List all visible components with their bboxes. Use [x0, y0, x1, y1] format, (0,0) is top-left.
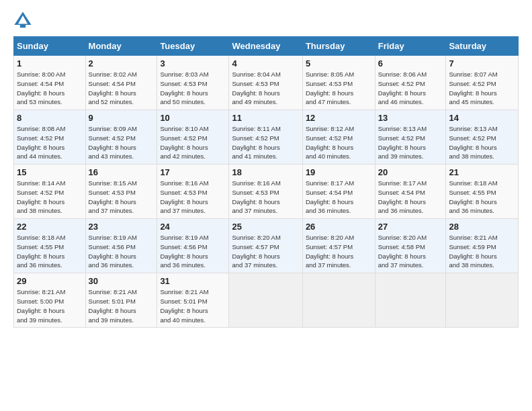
- day-number: 24: [160, 222, 226, 232]
- week-row-2: 8 Sunrise: 8:08 AMSunset: 4:52 PMDayligh…: [14, 110, 519, 165]
- day-info: Sunrise: 8:12 AMSunset: 4:52 PMDaylight:…: [306, 124, 372, 161]
- day-number: 12: [306, 113, 372, 123]
- day-cell: 25 Sunrise: 8:20 AMSunset: 4:57 PMDaylig…: [229, 219, 302, 273]
- day-info: Sunrise: 8:11 AMSunset: 4:52 PMDaylight:…: [232, 124, 299, 161]
- day-number: 15: [17, 167, 83, 177]
- day-info: Sunrise: 8:16 AMSunset: 4:53 PMDaylight:…: [232, 179, 299, 216]
- day-info: Sunrise: 8:06 AMSunset: 4:52 PMDaylight:…: [378, 70, 443, 107]
- day-cell: 8 Sunrise: 8:08 AMSunset: 4:52 PMDayligh…: [14, 110, 86, 165]
- day-number: 30: [89, 276, 154, 286]
- day-number: 28: [449, 222, 515, 232]
- day-info: Sunrise: 8:21 AMSunset: 5:01 PMDaylight:…: [89, 287, 154, 324]
- day-info: Sunrise: 8:20 AMSunset: 4:58 PMDaylight:…: [378, 233, 443, 270]
- day-number: 1: [17, 58, 83, 68]
- day-cell: 5 Sunrise: 8:05 AMSunset: 4:53 PMDayligh…: [302, 56, 375, 110]
- col-header-tuesday: Tuesday: [157, 37, 229, 56]
- col-header-monday: Monday: [85, 37, 157, 56]
- day-number: 22: [17, 222, 83, 232]
- day-cell: 30 Sunrise: 8:21 AMSunset: 5:01 PMDaylig…: [85, 273, 157, 328]
- week-row-3: 15 Sunrise: 8:14 AMSunset: 4:52 PMDaylig…: [14, 165, 519, 219]
- day-info: Sunrise: 8:17 AMSunset: 4:54 PMDaylight:…: [306, 179, 372, 216]
- day-number: 29: [17, 276, 83, 286]
- day-info: Sunrise: 8:21 AMSunset: 5:01 PMDaylight:…: [160, 287, 226, 324]
- logo: [13, 11, 35, 30]
- day-cell: 7 Sunrise: 8:07 AMSunset: 4:52 PMDayligh…: [446, 56, 519, 110]
- day-cell: [375, 273, 446, 328]
- days-header-row: SundayMondayTuesdayWednesdayThursdayFrid…: [14, 37, 519, 56]
- day-info: Sunrise: 8:04 AMSunset: 4:53 PMDaylight:…: [232, 70, 299, 107]
- day-number: 21: [449, 167, 515, 177]
- week-row-4: 22 Sunrise: 8:18 AMSunset: 4:55 PMDaylig…: [14, 219, 519, 273]
- day-cell: 3 Sunrise: 8:03 AMSunset: 4:53 PMDayligh…: [157, 56, 229, 110]
- day-number: 31: [160, 276, 226, 286]
- day-info: Sunrise: 8:21 AMSunset: 4:59 PMDaylight:…: [449, 233, 515, 270]
- day-number: 5: [306, 58, 372, 68]
- day-info: Sunrise: 8:05 AMSunset: 4:53 PMDaylight:…: [306, 70, 372, 107]
- day-info: Sunrise: 8:00 AMSunset: 4:54 PMDaylight:…: [17, 70, 83, 107]
- day-info: Sunrise: 8:15 AMSunset: 4:53 PMDaylight:…: [89, 179, 154, 216]
- day-info: Sunrise: 8:13 AMSunset: 4:52 PMDaylight:…: [449, 124, 515, 161]
- col-header-saturday: Saturday: [446, 37, 519, 56]
- calendar-table: SundayMondayTuesdayWednesdayThursdayFrid…: [13, 36, 519, 328]
- day-info: Sunrise: 8:20 AMSunset: 4:57 PMDaylight:…: [306, 233, 372, 270]
- day-info: Sunrise: 8:03 AMSunset: 4:53 PMDaylight:…: [160, 70, 226, 107]
- day-info: Sunrise: 8:16 AMSunset: 4:53 PMDaylight:…: [160, 179, 226, 216]
- day-number: 10: [160, 113, 226, 123]
- day-number: 16: [89, 167, 154, 177]
- day-cell: 27 Sunrise: 8:20 AMSunset: 4:58 PMDaylig…: [375, 219, 446, 273]
- day-info: Sunrise: 8:14 AMSunset: 4:52 PMDaylight:…: [17, 179, 83, 216]
- day-number: 23: [89, 222, 154, 232]
- day-cell: 1 Sunrise: 8:00 AMSunset: 4:54 PMDayligh…: [14, 56, 86, 110]
- day-info: Sunrise: 8:19 AMSunset: 4:56 PMDaylight:…: [160, 233, 226, 270]
- day-number: 4: [232, 58, 299, 68]
- day-cell: 18 Sunrise: 8:16 AMSunset: 4:53 PMDaylig…: [229, 165, 302, 219]
- day-info: Sunrise: 8:10 AMSunset: 4:52 PMDaylight:…: [160, 124, 226, 161]
- day-number: 26: [306, 222, 372, 232]
- day-cell: 29 Sunrise: 8:21 AMSunset: 5:00 PMDaylig…: [14, 273, 86, 328]
- day-number: 8: [17, 113, 83, 123]
- day-cell: [446, 273, 519, 328]
- day-number: 6: [378, 58, 443, 68]
- day-number: 3: [160, 58, 226, 68]
- day-cell: 14 Sunrise: 8:13 AMSunset: 4:52 PMDaylig…: [446, 110, 519, 165]
- day-info: Sunrise: 8:08 AMSunset: 4:52 PMDaylight:…: [17, 124, 83, 161]
- day-cell: 24 Sunrise: 8:19 AMSunset: 4:56 PMDaylig…: [157, 219, 229, 273]
- week-row-1: 1 Sunrise: 8:00 AMSunset: 4:54 PMDayligh…: [14, 56, 519, 110]
- day-info: Sunrise: 8:13 AMSunset: 4:52 PMDaylight:…: [378, 124, 443, 161]
- day-cell: 17 Sunrise: 8:16 AMSunset: 4:53 PMDaylig…: [157, 165, 229, 219]
- header: [13, 11, 519, 30]
- day-info: Sunrise: 8:19 AMSunset: 4:56 PMDaylight:…: [89, 233, 154, 270]
- col-header-wednesday: Wednesday: [229, 37, 302, 56]
- day-cell: 15 Sunrise: 8:14 AMSunset: 4:52 PMDaylig…: [14, 165, 86, 219]
- col-header-friday: Friday: [375, 37, 446, 56]
- col-header-sunday: Sunday: [14, 37, 86, 56]
- day-info: Sunrise: 8:07 AMSunset: 4:52 PMDaylight:…: [449, 70, 515, 107]
- day-cell: 28 Sunrise: 8:21 AMSunset: 4:59 PMDaylig…: [446, 219, 519, 273]
- day-cell: 6 Sunrise: 8:06 AMSunset: 4:52 PMDayligh…: [375, 56, 446, 110]
- logo-icon: [13, 11, 32, 30]
- day-cell: 19 Sunrise: 8:17 AMSunset: 4:54 PMDaylig…: [302, 165, 375, 219]
- day-cell: 23 Sunrise: 8:19 AMSunset: 4:56 PMDaylig…: [85, 219, 157, 273]
- day-cell: 20 Sunrise: 8:17 AMSunset: 4:54 PMDaylig…: [375, 165, 446, 219]
- day-cell: 4 Sunrise: 8:04 AMSunset: 4:53 PMDayligh…: [229, 56, 302, 110]
- day-number: 18: [232, 167, 299, 177]
- day-cell: 26 Sunrise: 8:20 AMSunset: 4:57 PMDaylig…: [302, 219, 375, 273]
- day-info: Sunrise: 8:20 AMSunset: 4:57 PMDaylight:…: [232, 233, 299, 270]
- day-cell: 9 Sunrise: 8:09 AMSunset: 4:52 PMDayligh…: [85, 110, 157, 165]
- day-cell: 31 Sunrise: 8:21 AMSunset: 5:01 PMDaylig…: [157, 273, 229, 328]
- day-cell: 12 Sunrise: 8:12 AMSunset: 4:52 PMDaylig…: [302, 110, 375, 165]
- day-cell: 16 Sunrise: 8:15 AMSunset: 4:53 PMDaylig…: [85, 165, 157, 219]
- day-number: 2: [89, 58, 154, 68]
- day-cell: 10 Sunrise: 8:10 AMSunset: 4:52 PMDaylig…: [157, 110, 229, 165]
- col-header-thursday: Thursday: [302, 37, 375, 56]
- day-number: 9: [89, 113, 154, 123]
- day-number: 19: [306, 167, 372, 177]
- week-row-5: 29 Sunrise: 8:21 AMSunset: 5:00 PMDaylig…: [14, 273, 519, 328]
- day-cell: 2 Sunrise: 8:02 AMSunset: 4:54 PMDayligh…: [85, 56, 157, 110]
- day-number: 25: [232, 222, 299, 232]
- day-number: 17: [160, 167, 226, 177]
- day-info: Sunrise: 8:17 AMSunset: 4:54 PMDaylight:…: [378, 179, 443, 216]
- day-number: 11: [232, 113, 299, 123]
- svg-rect-2: [20, 25, 26, 28]
- day-cell: [302, 273, 375, 328]
